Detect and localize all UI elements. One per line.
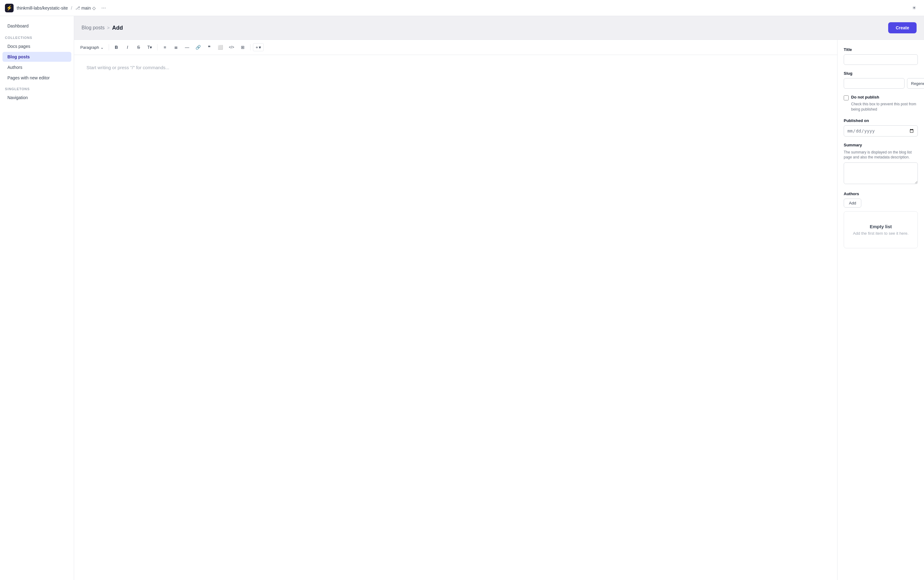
slug-label: Slug bbox=[844, 71, 918, 76]
empty-list-title: Empty list bbox=[850, 224, 911, 229]
sidebar-item-blog-posts[interactable]: Blog posts bbox=[2, 52, 71, 62]
editor-placeholder: Start writing or press "/" for commands.… bbox=[86, 65, 169, 70]
bold-button[interactable]: B bbox=[112, 42, 121, 52]
title-field: Title bbox=[844, 47, 918, 65]
authors-label: Authors bbox=[844, 191, 918, 196]
summary-input[interactable] bbox=[844, 162, 918, 184]
branch-icon: ⎇ bbox=[75, 5, 80, 10]
toolbar-divider-2 bbox=[157, 44, 158, 50]
topbar-left: ⚡ thinkmill-labs/keystatic-site / ⎇ main… bbox=[5, 3, 109, 12]
font-button[interactable]: T▾ bbox=[145, 42, 155, 52]
topbar-separator: / bbox=[71, 5, 72, 10]
quote-button[interactable]: ❝ bbox=[204, 42, 214, 52]
hr-button[interactable]: — bbox=[182, 42, 192, 52]
table-button[interactable]: ⊞ bbox=[238, 42, 248, 52]
paragraph-label: Paragraph bbox=[80, 45, 99, 50]
topbar-right: ☀ bbox=[909, 3, 919, 13]
link-icon: 🔗 bbox=[196, 45, 201, 50]
meta-sidebar: Title Slug Regenerate Do not publish bbox=[838, 40, 924, 580]
published-on-input[interactable] bbox=[844, 125, 918, 137]
checkbox-row: Do not publish bbox=[844, 95, 918, 101]
summary-label: Summary bbox=[844, 143, 918, 147]
summary-desc: The summary is displayed on the blog lis… bbox=[844, 150, 918, 160]
empty-list-box: Empty list Add the first item to see it … bbox=[844, 211, 918, 248]
logo-icon: ⚡ bbox=[5, 4, 13, 12]
sidebar: Dashboard COLLECTIONS Docs pages Blog po… bbox=[0, 16, 74, 580]
bullet-list-button[interactable]: ≡ bbox=[160, 42, 170, 52]
collections-section-label: COLLECTIONS bbox=[0, 32, 74, 41]
editor-area: Paragraph ⌄ B I S T▾ bbox=[74, 40, 838, 580]
bullet-list-icon: ≡ bbox=[164, 45, 166, 50]
do-not-publish-label: Do not publish bbox=[851, 95, 879, 99]
breadcrumb-current: Add bbox=[112, 25, 123, 31]
slug-row: Regenerate bbox=[844, 78, 918, 89]
add-author-button[interactable]: Add bbox=[844, 199, 861, 208]
sidebar-item-authors[interactable]: Authors bbox=[2, 63, 71, 72]
code-icon: </> bbox=[229, 45, 234, 49]
slug-field: Slug Regenerate bbox=[844, 71, 918, 89]
do-not-publish-checkbox[interactable] bbox=[844, 96, 849, 101]
title-label: Title bbox=[844, 47, 918, 52]
create-button[interactable]: Create bbox=[888, 22, 917, 33]
ordered-list-icon: ≣ bbox=[174, 45, 178, 50]
regenerate-button[interactable]: Regenerate bbox=[907, 78, 924, 89]
table-icon: ⊞ bbox=[241, 45, 245, 50]
columns-button[interactable]: ⬜ bbox=[216, 42, 226, 52]
italic-button[interactable]: I bbox=[123, 42, 132, 52]
content-area: Blog posts > Add Create Paragraph ⌄ B bbox=[74, 16, 924, 580]
italic-icon: I bbox=[127, 45, 128, 50]
branch-selector[interactable]: ⎇ main ◇ bbox=[75, 5, 96, 10]
sun-icon: ☀ bbox=[912, 5, 916, 11]
slug-input[interactable] bbox=[844, 78, 904, 89]
sidebar-item-pages-new-editor[interactable]: Pages with new editor bbox=[2, 73, 71, 83]
topbar: ⚡ thinkmill-labs/keystatic-site / ⎇ main… bbox=[0, 0, 924, 16]
breadcrumb-separator: > bbox=[107, 25, 110, 30]
font-icon: T▾ bbox=[147, 45, 152, 50]
summary-field: Summary The summary is displayed on the … bbox=[844, 143, 918, 186]
toolbar: Paragraph ⌄ B I S T▾ bbox=[74, 40, 837, 55]
published-on-field: Published on bbox=[844, 118, 918, 137]
columns-icon: ⬜ bbox=[218, 45, 223, 50]
breadcrumb-parent[interactable]: Blog posts bbox=[82, 25, 105, 31]
sidebar-item-docs-pages[interactable]: Docs pages bbox=[2, 41, 71, 51]
hr-icon: — bbox=[185, 45, 189, 50]
toolbar-divider-1 bbox=[109, 44, 109, 50]
editor-body[interactable]: Start writing or press "/" for commands.… bbox=[74, 55, 837, 580]
theme-toggle-button[interactable]: ☀ bbox=[909, 3, 919, 13]
strikethrough-button[interactable]: S bbox=[134, 42, 143, 52]
authors-field: Authors Add Empty list Add the first ite… bbox=[844, 191, 918, 248]
bold-icon: B bbox=[115, 45, 118, 50]
breadcrumb: Blog posts > Add bbox=[82, 25, 123, 31]
paragraph-selector[interactable]: Paragraph ⌄ bbox=[78, 44, 106, 51]
repo-label: thinkmill-labs/keystatic-site bbox=[16, 5, 68, 10]
singletons-section-label: SINGLETONS bbox=[0, 83, 74, 93]
paragraph-chevron-icon: ⌄ bbox=[100, 45, 104, 50]
page-header: Blog posts > Add Create bbox=[74, 16, 924, 40]
plus-chevron-icon: ▾ bbox=[259, 45, 261, 50]
empty-list-desc: Add the first item to see it here. bbox=[850, 231, 911, 236]
branch-label: main bbox=[82, 5, 91, 10]
quote-icon: ❝ bbox=[208, 44, 211, 50]
branch-chevron-icon: ◇ bbox=[92, 5, 96, 10]
title-input[interactable] bbox=[844, 54, 918, 65]
insert-plus-button[interactable]: + ▾ bbox=[253, 43, 264, 51]
sidebar-item-navigation[interactable]: Navigation bbox=[2, 93, 71, 102]
code-button[interactable]: </> bbox=[227, 42, 237, 52]
do-not-publish-desc: Check this box to prevent this post from… bbox=[851, 102, 918, 112]
ordered-list-button[interactable]: ≣ bbox=[171, 42, 181, 52]
plus-icon: + bbox=[256, 45, 258, 50]
link-button[interactable]: 🔗 bbox=[193, 42, 203, 52]
published-on-label: Published on bbox=[844, 118, 918, 123]
sidebar-item-dashboard[interactable]: Dashboard bbox=[2, 21, 71, 31]
do-not-publish-field: Do not publish Check this box to prevent… bbox=[844, 95, 918, 112]
editor-panel: Paragraph ⌄ B I S T▾ bbox=[74, 40, 924, 580]
main-layout: Dashboard COLLECTIONS Docs pages Blog po… bbox=[0, 16, 924, 580]
strikethrough-icon: S bbox=[137, 45, 140, 50]
more-options-button[interactable]: ··· bbox=[99, 3, 109, 12]
toolbar-divider-3 bbox=[250, 44, 250, 50]
